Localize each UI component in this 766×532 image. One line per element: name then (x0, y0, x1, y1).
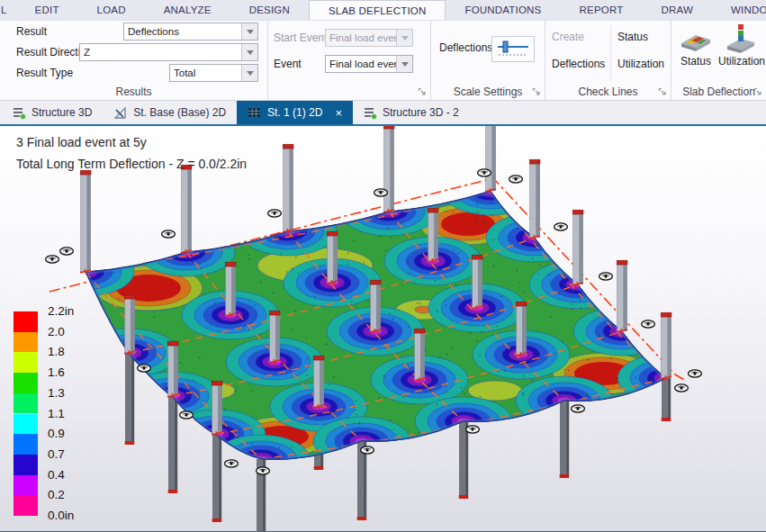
utilization-check-button[interactable]: Utilization (617, 55, 664, 73)
ribbon-group-results: Result Deflections Result Direction Z Re… (0, 21, 268, 100)
menu-item-analyze[interactable]: ANALYZE (145, 0, 230, 20)
group-label-check-lines: Check Lines (545, 86, 671, 98)
chevron-down-icon (396, 30, 412, 46)
legend-value: 1.6 (48, 365, 65, 379)
legend-value: 1.8 (48, 345, 65, 358)
chevron-down-icon (241, 44, 257, 60)
legend-swatch (14, 414, 38, 435)
create-deflections-button[interactable]: Create (552, 28, 584, 46)
view-title-line2: Total Long Term Deflection - Z = 0.0/2.2… (16, 153, 247, 175)
result-dropdown[interactable]: Deflections (123, 23, 258, 41)
chevron-down-icon (396, 56, 412, 72)
slider-icon (495, 40, 531, 59)
result-type-dropdown[interactable]: Total (169, 64, 258, 82)
menu-item-load[interactable]: LOAD (78, 0, 145, 20)
menu-item-windows[interactable]: WINDOWS (712, 0, 766, 20)
menu-item-slab-deflection[interactable]: SLAB DEFLECTION (309, 0, 446, 20)
menu-bar: L EDIT LOAD ANALYZE DESIGN SLAB DEFLECTI… (0, 0, 766, 21)
tab-st-1-2d[interactable]: St. 1 (1) 2D × (237, 101, 353, 124)
status-slab-button[interactable]: Status (675, 23, 716, 88)
deflections-scale-button[interactable] (491, 36, 535, 62)
legend-value: 0.4 (48, 468, 65, 482)
ribbon-group-events: Start Event Final load event Event Final… (268, 21, 431, 100)
ribbon-group-check-lines: Create Deflections Status Utilization Ch… (545, 21, 671, 100)
dialog-launcher-icon[interactable] (753, 87, 762, 96)
group-label-slab-deflection: Slab Deflection (671, 86, 766, 98)
view-title-line1: 3 Final load event at 5y (16, 131, 247, 153)
legend-swatch (14, 352, 38, 373)
status-slab-icon (679, 23, 713, 54)
start-event-dropdown[interactable]: Final load event (325, 29, 413, 47)
ribbon-group-slab-deflection: Status Utilization Slab Deflection (671, 21, 766, 100)
menu-item-report[interactable]: REPORT (561, 0, 643, 20)
dialog-launcher-icon[interactable] (658, 87, 667, 96)
group-label-scale-settings: Scale Settings (431, 86, 545, 98)
group-label-results: Results (0, 86, 267, 98)
chevron-down-icon (241, 65, 257, 81)
legend-value: 0.2 (48, 488, 65, 501)
legend-swatch (14, 393, 38, 414)
deflection-legend: 2.2in2.01.81.61.31.10.90.70.40.20.0in (14, 311, 113, 531)
result-type-label: Result Type (16, 64, 73, 82)
legend-value: 0.0in (48, 509, 74, 522)
utilization-slab-button[interactable]: Utilization (718, 23, 763, 88)
document-tab-bar: Structure 3D St. Base (Base) 2D St. 1 (1… (0, 101, 766, 126)
ribbon-group-scale-settings: Deflections Scale Settings (431, 21, 545, 100)
view-title: 3 Final load event at 5y Total Long Term… (16, 131, 247, 175)
result-label: Result (16, 23, 47, 41)
legend-swatch (14, 455, 38, 475)
event-dropdown[interactable]: Final load event (325, 55, 413, 73)
legend-swatch (14, 495, 38, 516)
tab-structure-3d-2[interactable]: Structure 3D - 2 (353, 101, 470, 124)
menu-item-draw[interactable]: DRAW (642, 0, 712, 20)
legend-value: 2.0 (48, 325, 65, 338)
legend-swatch (14, 475, 38, 496)
menu-item-design[interactable]: DESIGN (230, 0, 309, 20)
legend-value: 1.1 (48, 407, 65, 420)
separator (610, 26, 611, 82)
legend-swatch (14, 332, 38, 353)
close-icon[interactable]: × (335, 107, 342, 119)
menu-item-model-partial[interactable]: L (0, 0, 16, 20)
dialog-launcher-icon[interactable] (532, 87, 541, 96)
legend-swatch (14, 311, 38, 332)
deflections-scale-label: Deflections (439, 39, 492, 57)
event-label: Event (274, 55, 302, 73)
menu-item-foundations[interactable]: FOUNDATIONS (446, 0, 560, 20)
legend-value: 2.2in (48, 304, 74, 318)
slab-deflection-3d-canvas[interactable] (0, 126, 766, 531)
menu-item-edit[interactable]: EDIT (16, 0, 78, 20)
legend-swatch (14, 373, 38, 393)
legend-value: 0.9 (48, 427, 65, 440)
deflections-check-button[interactable]: Deflections (552, 55, 605, 73)
viewport: 3 Final load event at 5y Total Long Term… (0, 126, 766, 531)
dialog-launcher-icon[interactable] (418, 87, 427, 96)
result-direction-dropdown[interactable]: Z (79, 43, 258, 61)
chevron-down-icon (241, 23, 257, 40)
start-event-label: Start Event (274, 29, 327, 47)
structure-list-icon (364, 106, 377, 120)
structure-list-icon (13, 106, 26, 120)
status-check-button[interactable]: Status (617, 28, 648, 46)
legend-value: 0.7 (48, 447, 65, 461)
legend-value: 1.3 (48, 386, 65, 400)
tab-structure-3d[interactable]: Structure 3D (2, 101, 103, 124)
ribbon: Result Deflections Result Direction Z Re… (0, 21, 766, 101)
grid-2d-icon (248, 106, 262, 119)
drafting-icon (113, 106, 128, 120)
utilization-slab-icon (724, 23, 758, 54)
tab-st-base-2d[interactable]: St. Base (Base) 2D (103, 101, 237, 124)
legend-swatch (14, 434, 38, 455)
app-window: L EDIT LOAD ANALYZE DESIGN SLAB DEFLECTI… (0, 0, 766, 532)
